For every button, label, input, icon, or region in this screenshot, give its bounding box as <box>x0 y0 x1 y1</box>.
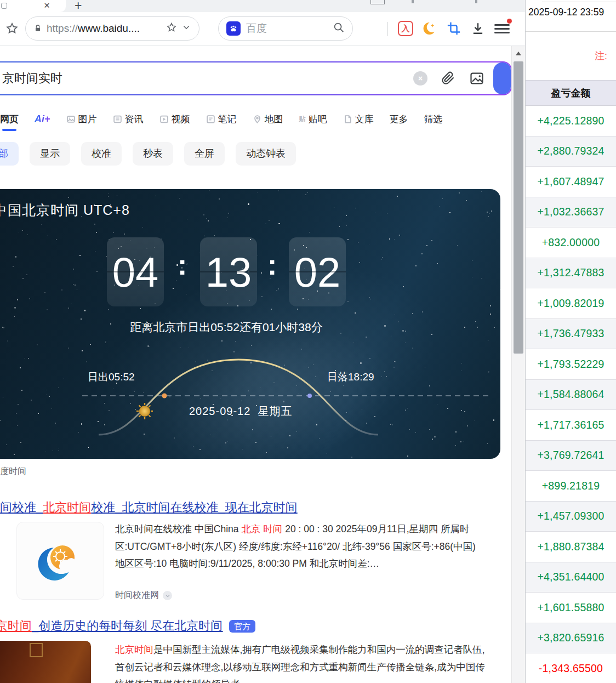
table-row[interactable]: +1,607.48947 <box>526 167 616 197</box>
toolbar-divider <box>387 22 388 36</box>
clear-search-icon[interactable]: × <box>413 71 427 86</box>
active-tab[interactable] <box>0 0 66 12</box>
tab-more[interactable]: 更多 <box>390 113 408 126</box>
sunrise-label: 日出05:52 <box>88 370 135 384</box>
tab-ai[interactable]: Ai+ <box>35 113 50 125</box>
search-input[interactable]: 京时间实时 × <box>0 62 511 94</box>
table-row[interactable]: +3,769.72641 <box>526 441 616 471</box>
note-label: 注: <box>595 49 607 62</box>
table-row[interactable]: +832.00000 <box>526 227 616 258</box>
image-tab-icon <box>66 115 76 124</box>
notification-dot <box>507 19 512 24</box>
tab-news[interactable]: 资讯 <box>113 113 144 126</box>
result1-title-link[interactable]: 间校准_北京时间校准_北京时间在线校准_现在北京时间 <box>0 499 298 516</box>
result1-snippet: 北京时间在线校准 中国China 北京 时间 20 : 00 : 30 2025… <box>115 521 488 573</box>
tab-favicon-icon <box>1 3 7 9</box>
gridline <box>542 2 616 2</box>
table-row[interactable]: +4,351.64400 <box>526 562 616 593</box>
filter-chips: 全部 显示 校准 秒表 全屏 动态钟表 <box>0 142 296 166</box>
browser-toolbar: https://www.baidu.... 百度 入 <box>0 12 525 45</box>
table-row[interactable]: +1,736.47933 <box>526 319 616 350</box>
table-row[interactable]: +1,601.55880 <box>526 593 616 623</box>
screenshot-crop-icon[interactable] <box>446 21 461 36</box>
result1-thumbnail[interactable] <box>16 522 104 600</box>
profit-loss-header-cell[interactable]: 盈亏金额 <box>526 80 616 106</box>
apps-grid-icon[interactable] <box>362 21 377 36</box>
spreadsheet-timestamp-cell[interactable]: 2025-09-12 23:59 <box>528 7 604 18</box>
sunset-label: 日落18:29 <box>327 370 374 384</box>
tieba-tab-icon: 贴 <box>299 115 306 124</box>
search-engine-box[interactable]: 百度 <box>218 16 353 41</box>
tab-notes[interactable]: 笔记 <box>206 113 237 126</box>
tab-webpages[interactable]: 网页 <box>0 113 19 126</box>
url-text[interactable]: https://www.baidu.... <box>47 22 140 35</box>
result-nav-tabs: 网页 Ai+ 图片 资讯 视频 笔记 地图 贴 贴吧 文库 更多 筛选 <box>0 109 443 129</box>
official-badge: 官方 <box>229 620 255 633</box>
source-dropdown-icon[interactable] <box>163 591 172 600</box>
table-row[interactable]: +1,312.47883 <box>526 258 616 289</box>
tab-close-icon[interactable]: × <box>44 0 50 12</box>
table-row[interactable]: +4,225.12890 <box>526 106 616 136</box>
chip-display[interactable]: 显示 <box>30 142 70 166</box>
tab-images[interactable]: 图片 <box>66 113 97 126</box>
table-row[interactable]: +1,717.36165 <box>526 410 616 441</box>
chip-dynamic-clock[interactable]: 动态钟表 <box>236 142 296 166</box>
search-engine-label: 百度 <box>246 21 327 36</box>
browser-scrollbar[interactable] <box>511 46 525 683</box>
menu-hamburger-icon[interactable] <box>494 21 510 36</box>
chip-all[interactable]: 全部 <box>0 142 19 166</box>
pdf-extension-icon[interactable]: 入 <box>398 21 413 36</box>
search-query-text[interactable]: 京时间实时 <box>2 62 62 94</box>
flip-hours: 04 <box>107 237 164 306</box>
chip-calibrate[interactable]: 校准 <box>81 142 122 166</box>
result2-title-link[interactable]: 京时间_创造历史的每时每刻 尽在北京时间 官方 <box>0 618 255 634</box>
table-row[interactable]: +1,032.36637 <box>526 197 616 228</box>
doc-tab-icon <box>343 115 352 124</box>
attachment-paperclip-icon[interactable] <box>441 71 456 86</box>
result1-source[interactable]: 时间校准网 <box>115 590 172 601</box>
video-tab-icon <box>159 115 169 124</box>
flip-minutes: 13 <box>200 237 257 306</box>
browser-tab-strip: × + <box>0 0 525 12</box>
window-restore-icon[interactable] <box>370 0 385 4</box>
search-submit-button[interactable] <box>493 62 511 94</box>
table-row[interactable]: +1,880.87384 <box>526 532 616 562</box>
bookmark-star-icon[interactable] <box>4 21 20 36</box>
tab-videos[interactable]: 视频 <box>159 113 190 126</box>
sunset-dot <box>307 394 312 398</box>
table-row[interactable]: +1,009.82019 <box>526 288 616 319</box>
result2-thumbnail[interactable]: 80 我的阅兵记忆 <box>0 641 91 683</box>
new-tab-button[interactable]: + <box>75 0 82 13</box>
scrollbar-up-arrow-icon[interactable] <box>516 52 521 55</box>
flip-seconds: 02 <box>289 237 346 306</box>
sunrise-dot <box>162 394 167 399</box>
clock-title: 中国北京时间 UTC+8 <box>0 201 130 219</box>
aladdin-source-label: 度时间 <box>0 466 26 477</box>
chip-fullscreen[interactable]: 全屏 <box>184 142 225 166</box>
table-row[interactable]: -1,343.65500 <box>526 653 616 683</box>
lock-icon <box>33 24 42 33</box>
download-icon[interactable] <box>470 21 486 36</box>
table-row[interactable]: +1,457.09300 <box>526 502 616 532</box>
scrollbar-thumb[interactable] <box>514 61 523 354</box>
window-control-partial-icon <box>412 0 414 3</box>
clock-date: 2025-09-12 星期五 <box>189 404 292 419</box>
bookmark-page-icon[interactable] <box>166 22 177 35</box>
window-control-partial-icon <box>475 0 477 3</box>
chevron-down-icon[interactable] <box>181 22 191 35</box>
table-row[interactable]: +899.21819 <box>526 471 616 502</box>
table-row[interactable]: +1,793.52229 <box>526 349 616 380</box>
tab-maps[interactable]: 地图 <box>253 113 283 126</box>
tab-filter[interactable]: 筛选 <box>424 113 443 126</box>
dark-mode-moon-icon[interactable] <box>421 21 436 36</box>
clock-widget: 中国北京时间 UTC+8 04 13 02 : : 距离北京市日出05:52还有… <box>0 189 500 459</box>
table-row[interactable]: +2,880.79324 <box>526 136 616 167</box>
search-icon[interactable] <box>333 21 345 36</box>
tab-tieba[interactable]: 贴 贴吧 <box>299 113 327 126</box>
image-search-icon[interactable] <box>469 71 484 86</box>
address-bar[interactable]: https://www.baidu.... <box>25 16 199 41</box>
table-row[interactable]: +1,584.88064 <box>526 380 616 411</box>
table-row[interactable]: +3,820.65916 <box>526 623 616 654</box>
chip-stopwatch[interactable]: 秒表 <box>133 142 173 166</box>
tab-library[interactable]: 文库 <box>343 113 374 126</box>
